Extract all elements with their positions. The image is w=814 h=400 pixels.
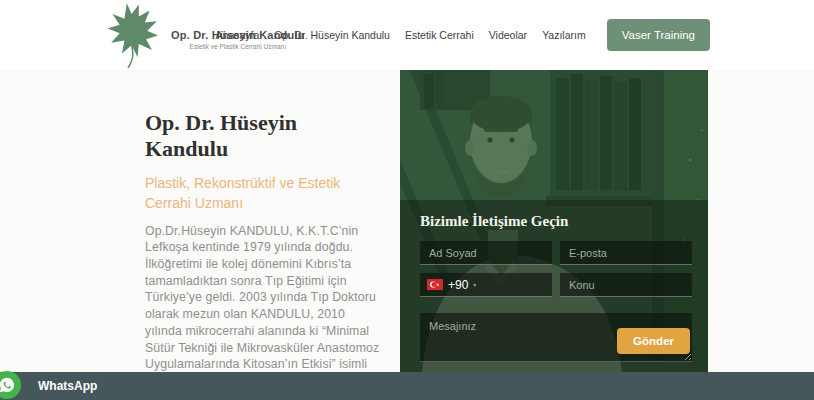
whatsapp-icon [0,376,16,394]
nav-videolar[interactable]: Videolar [489,29,527,41]
nav-estetik-cerrahi[interactable]: Estetik Cerrahi [405,29,474,41]
hero-panel: Bizimle İletişime Geçin +90 ▾ Gönd [400,70,708,372]
vaser-training-button[interactable]: Vaser Training [607,19,710,51]
page-title: Op. Dr. Hüseyin Kandulu [145,110,383,162]
intro-section: Op. Dr. Hüseyin Kandulu Plastik, Rekonst… [145,110,383,400]
subject-input[interactable] [560,273,692,297]
turkey-flag-icon [427,279,443,290]
main-nav: Anasayfa Op. Dr. Hüseyin Kandulu Estetik… [216,0,710,70]
site-header: Op. Dr. Hüseyin Kandulu Estetik ve Plast… [0,0,814,70]
nav-anasayfa[interactable]: Anasayfa [216,29,260,41]
whatsapp-label[interactable]: WhatsApp [38,379,97,393]
nav-op-dr-huseyin-kandulu[interactable]: Op. Dr. Hüseyin Kandulu [274,29,390,41]
contact-form-fields: +90 ▾ [420,241,692,297]
nav-yazilarim[interactable]: Yazılarım [542,29,586,41]
name-input[interactable] [420,241,552,265]
footer-bar: WhatsApp [0,372,814,400]
whatsapp-button[interactable] [0,371,21,399]
submit-button[interactable]: Gönder [617,328,690,354]
page: Op. Dr. Hüseyin Kandulu Estetik ve Plast… [0,0,814,400]
contact-form: Bizimle İletişime Geçin +90 ▾ Gönd [400,200,708,372]
phone-prefix: +90 [448,278,468,292]
leaf-logo-icon [103,2,165,68]
chevron-down-icon: ▾ [473,281,476,288]
contact-form-title: Bizimle İletişime Geçin [420,213,692,230]
page-subtitle: Plastik, Rekonstrüktif ve Estetik Cerrah… [145,173,383,214]
phone-input[interactable]: +90 ▾ [420,273,552,297]
email-input[interactable] [560,241,692,265]
